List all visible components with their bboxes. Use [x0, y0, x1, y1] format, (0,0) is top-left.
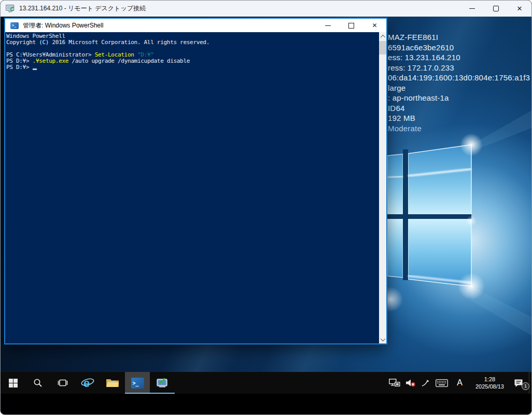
ime-mode-label: A [453, 378, 466, 388]
windows-logo-icon [9, 379, 18, 388]
rdp-titlebar[interactable]: 13.231.164.210 - リモート デスクトップ接続 ✕ [1, 1, 531, 17]
rdp-minimize-button[interactable] [460, 1, 484, 17]
touch-keyboard-button[interactable] [433, 372, 451, 394]
bginfo-private-ip: ress: 172.17.0.233 [388, 63, 454, 72]
prompt-command: .¥setup.exe [33, 58, 69, 64]
rdp-window-title: 13.231.164.210 - リモート デスクトップ接続 [19, 4, 146, 13]
internet-explorer-button[interactable]: e [75, 372, 100, 394]
powershell-window-title: 管理者: Windows PowerShell [23, 21, 103, 30]
chevron-up-icon [380, 34, 385, 39]
chevron-down-icon [380, 336, 385, 341]
volume-muted-icon [405, 379, 416, 387]
ime-mode-button[interactable]: A [451, 372, 469, 394]
minimize-icon [325, 25, 331, 26]
search-icon [33, 378, 43, 388]
minimize-icon [469, 8, 475, 9]
close-icon: ✕ [517, 5, 523, 12]
prompt-argument: /auto upgrade /dynamicupdate disable [68, 58, 190, 64]
console-scrollbar[interactable] [379, 32, 386, 343]
console-copyright-line: Copyright (C) 2016 Microsoft Corporation… [6, 39, 377, 46]
pen-icon [421, 379, 430, 387]
bginfo-memory: 192 MB [388, 114, 415, 122]
maximize-icon [348, 23, 354, 29]
powershell-minimize-button[interactable] [316, 19, 340, 32]
bginfo-arch: ID64 [388, 104, 405, 113]
powershell-titlebar[interactable]: >_ 管理者: Windows PowerShell ✕ [5, 19, 386, 32]
scrollbar-thumb[interactable] [379, 41, 386, 54]
task-view-button[interactable] [50, 372, 75, 394]
pen-tray-button[interactable] [418, 372, 433, 394]
powershell-maximize-button[interactable] [340, 19, 363, 32]
close-icon: ✕ [372, 22, 377, 29]
powershell-close-button[interactable]: ✕ [363, 19, 386, 32]
rdp-session-window: 13.231.164.210 - リモート デスクトップ接続 ✕ [0, 0, 532, 415]
prompt-prefix: PS D:¥> [6, 64, 33, 71]
start-button[interactable] [1, 372, 25, 394]
text-cursor [33, 64, 37, 70]
setup-taskbar-button[interactable] [150, 372, 175, 394]
powershell-icon: >_ [131, 378, 144, 389]
rdp-maximize-button[interactable] [484, 1, 508, 17]
remote-desktop[interactable]: MAZ-FEE861I 6591ac6e3be2610 ess: 13.231.… [1, 17, 532, 394]
bginfo-instance-type: large [388, 84, 405, 92]
bginfo-instance-id: 6591ac6e3be2610 [388, 43, 454, 52]
volume-tray-button[interactable] [403, 372, 418, 394]
powershell-taskbar-button[interactable]: >_ [125, 372, 150, 394]
network-icon [389, 379, 400, 387]
network-tray-button[interactable] [386, 372, 403, 394]
clock-button[interactable]: 1:28 2025/08/13 [469, 372, 511, 394]
system-tray: A 1:28 2025/08/13 1 [386, 372, 532, 394]
remote-taskbar: e >_ [1, 372, 532, 394]
scroll-up-button[interactable] [379, 32, 386, 40]
file-explorer-icon [106, 378, 119, 388]
maximize-icon [493, 6, 499, 11]
bginfo-network-perf: Moderate [388, 124, 422, 133]
keyboard-icon [436, 379, 448, 387]
file-explorer-button[interactable] [100, 372, 125, 394]
bginfo-az: : ap-northeast-1a [388, 93, 449, 102]
bginfo-ipv6: 06:da14:199:1600:13d0:804e:1756:a1f3 [388, 73, 530, 82]
powershell-window: >_ 管理者: Windows PowerShell ✕ Windows Pow… [4, 18, 387, 344]
bginfo-hostname: MAZ-FEE861I [388, 33, 438, 42]
clock-time: 1:28 [475, 376, 504, 383]
task-view-icon [58, 379, 68, 387]
console-prompt-line: PS D:¥> [6, 64, 377, 71]
bginfo-public-ip: ess: 13.231.164.210 [388, 53, 460, 62]
console-prompt-line: PS D:¥> .¥setup.exe /auto upgrade /dynam… [6, 58, 377, 64]
powershell-console[interactable]: Windows PowerShell Copyright (C) 2016 Mi… [5, 32, 386, 343]
setup-install-icon [156, 378, 169, 388]
rdp-close-button[interactable]: ✕ [508, 1, 531, 17]
powershell-icon: >_ [10, 22, 19, 29]
remote-desktop-icon [6, 5, 15, 13]
internet-explorer-icon: e [80, 376, 95, 390]
search-button[interactable] [25, 372, 50, 394]
notification-count-badge: 1 [522, 382, 529, 390]
show-desktop-button[interactable] [529, 372, 532, 394]
scroll-down-button[interactable] [379, 335, 386, 343]
clock-date: 2025/08/13 [475, 383, 504, 390]
action-center-button[interactable]: 1 [511, 372, 529, 394]
